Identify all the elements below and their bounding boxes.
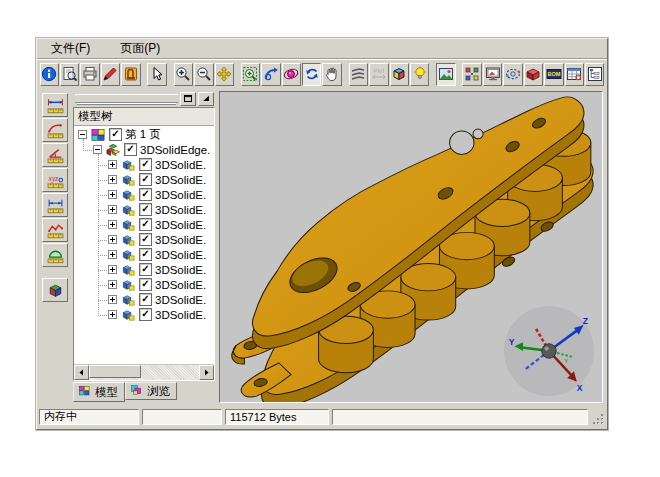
markup-pen-button[interactable] [101,63,120,86]
tree-row[interactable]: ✓第 1 页 [74,127,214,142]
tree-item-label: 3DSolidE. [155,159,206,171]
pan-button[interactable] [215,63,234,86]
rotate-button[interactable] [282,63,301,86]
tree-row[interactable]: ✓3DSolidE. [74,217,214,232]
tree-row[interactable]: ✓3DSolidEdge. [74,142,214,157]
measure-curve-icon [47,122,64,139]
tree-item-label: 3DSolidE. [155,309,206,321]
views-button[interactable] [390,63,409,86]
print-icon [82,66,98,82]
orientation-trackball[interactable]: Z X Y Y [501,303,597,399]
layers-button[interactable] [349,63,368,86]
select-button[interactable] [147,63,166,86]
tree-row[interactable]: ✓3DSolidE. [74,307,214,322]
collapse-icon[interactable] [93,145,102,154]
tree-row[interactable]: ✓3DSolidE. [74,232,214,247]
export-button[interactable] [121,63,140,86]
export-icon [123,66,139,82]
axis-z-label: Z [583,316,589,326]
visibility-checkbox[interactable]: ✓ [139,203,152,216]
visibility-checkbox[interactable]: ✓ [139,173,152,186]
scroll-thumb[interactable] [89,365,141,378]
spin-button[interactable] [302,63,321,86]
tree-row[interactable]: ✓3DSolidE. [74,277,214,292]
expand-icon[interactable] [108,175,117,184]
visibility-checkbox[interactable]: ✓ [139,278,152,291]
part-icon [120,172,136,187]
tree-row[interactable]: ✓3DSolidE. [74,247,214,262]
structure-button[interactable] [585,63,604,86]
pmi-icon: PMIPMI [371,66,387,82]
tree-row[interactable]: ✓3DSolidE. [74,292,214,307]
explode-button[interactable] [462,63,481,86]
measure-curve-button[interactable] [42,118,68,142]
expand-icon[interactable] [108,205,117,214]
lightbulb-icon [412,66,428,82]
zoom-in-button[interactable] [174,63,193,86]
expand-icon[interactable] [108,220,117,229]
tree-row[interactable]: ✓3DSolidE. [74,187,214,202]
zoom-dynamic-button[interactable] [261,63,280,86]
expand-icon[interactable] [108,310,117,319]
visibility-checkbox[interactable]: ✓ [139,293,152,306]
scroll-track[interactable] [89,365,199,380]
measure-angle-button[interactable] [42,143,68,167]
tab-browse[interactable]: 浏览 [125,382,177,400]
measure-toolbar: xyz [39,91,71,403]
tree-row[interactable]: ✓3DSolidE. [74,202,214,217]
measure-arc-button[interactable] [42,243,68,267]
bom-button[interactable]: BOM [544,63,563,86]
zoom-window-button[interactable] [241,63,260,86]
measure-polyline-button[interactable] [42,218,68,242]
view-cube-button[interactable] [42,278,68,302]
expand-icon[interactable] [108,295,117,304]
menu-file[interactable]: 文件(F) [47,39,94,58]
scroll-left-button[interactable] [74,365,89,380]
panel-titlebar[interactable] [73,91,215,107]
print-button[interactable] [80,63,99,86]
zoom-out-button[interactable] [194,63,213,86]
collapse-icon[interactable] [78,130,87,139]
visibility-checkbox[interactable]: ✓ [139,263,152,276]
solid-view-button[interactable] [524,63,543,86]
tree-horizontal-scrollbar[interactable] [74,364,214,380]
expand-icon[interactable] [108,190,117,199]
application-window: 文件(F)页面(P) PMIPMIBOM xyz 模型树 [36,38,608,430]
snapshot-button[interactable] [483,63,502,86]
panel-hide-button[interactable] [198,92,214,106]
visibility-checkbox[interactable]: ✓ [124,143,137,156]
hand-pan-button[interactable] [322,63,341,86]
measure-coordinate-button[interactable]: xyz [42,168,68,192]
measure-gap-button[interactable] [42,193,68,217]
tree-row[interactable]: ✓3DSolidE. [74,172,214,187]
expand-icon[interactable] [108,250,117,259]
info-button[interactable] [40,63,59,86]
visibility-checkbox[interactable]: ✓ [139,248,152,261]
3d-viewport[interactable]: Z X Y Y [219,91,603,403]
visibility-checkbox[interactable]: ✓ [109,128,122,141]
print-preview-button[interactable] [60,63,79,86]
panel-drag-grip[interactable] [75,94,178,103]
panel-restore-button[interactable] [180,92,196,106]
light-button[interactable] [410,63,429,86]
measure-distance-button[interactable] [42,93,68,117]
report-button[interactable] [565,63,584,86]
expand-icon[interactable] [108,265,117,274]
visibility-checkbox[interactable]: ✓ [139,233,152,246]
scroll-right-button[interactable] [199,365,214,380]
tree-row[interactable]: ✓3DSolidE. [74,262,214,277]
tree-row[interactable]: ✓3DSolidE. [74,157,214,172]
zoom-dynamic-icon [263,66,279,82]
tab-model[interactable]: 模型 [73,382,125,402]
expand-icon[interactable] [108,235,117,244]
expand-icon[interactable] [108,160,117,169]
visibility-checkbox[interactable]: ✓ [139,158,152,171]
expand-icon[interactable] [108,280,117,289]
menu-page[interactable]: 页面(P) [116,39,164,58]
visibility-checkbox[interactable]: ✓ [139,188,152,201]
render-mode-button[interactable] [436,63,455,86]
visibility-checkbox[interactable]: ✓ [139,218,152,231]
visibility-checkbox[interactable]: ✓ [139,308,152,321]
resize-grip[interactable] [591,409,604,425]
animation-button[interactable] [503,63,522,86]
